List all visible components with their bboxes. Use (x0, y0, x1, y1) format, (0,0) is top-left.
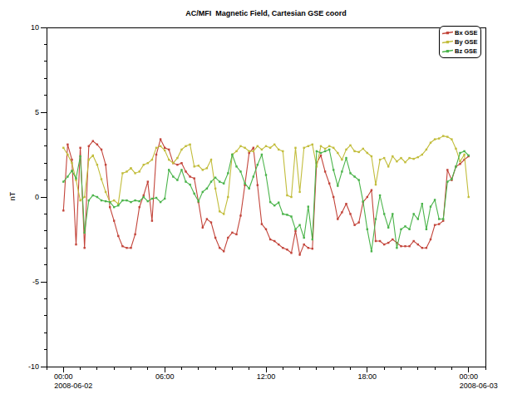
x-axis-tick-labels: 00:0006:0012:0018:0000:002008-06-022008-… (54, 372, 498, 390)
legend-item: By GSE (442, 37, 478, 47)
x-axis-ticks (47, 367, 485, 372)
legend-swatch-line-icon (442, 38, 453, 46)
x-axis-date-label: 2008-06-03 (460, 382, 498, 390)
x-axis-tick-label: 18:00 (358, 372, 377, 381)
series-Bx-GSE (62, 138, 470, 255)
legend-item: Bz GSE (442, 47, 478, 56)
y-axis-tick-labels: 1050-5-10 (28, 23, 39, 371)
magnetic-field-chart: 00:0006:0012:0018:0000:002008-06-022008-… (0, 0, 532, 399)
x-axis-tick-label: 12:00 (257, 372, 276, 381)
y-axis-tick-label: 10 (31, 23, 39, 32)
legend-item: Bx GSE (442, 28, 478, 37)
series-markers-Bz-GSE (62, 149, 470, 253)
x-axis-tick-label: 00:00 (54, 372, 73, 381)
x-axis-tick-label: 06:00 (155, 372, 175, 381)
y-axis-ticks (41, 27, 47, 367)
legend-swatch-line-icon (442, 29, 453, 37)
y-axis-tick-label: 5 (35, 108, 39, 116)
x-axis-date-label: 2008-06-02 (54, 382, 92, 390)
series-markers-Bx-GSE (62, 138, 470, 255)
y-axis-unit-label: nT (8, 192, 17, 201)
plot-window: AC/MFI Magnetic Field, Cartesian GSE coo… (0, 0, 532, 399)
legend-label: Bx GSE (455, 29, 478, 37)
y-axis-tick-label: -5 (32, 278, 39, 286)
series-Bz-GSE (62, 149, 470, 253)
x-axis-tick-label: 00:00 (459, 372, 478, 381)
y-axis-tick-label: 0 (35, 193, 39, 201)
legend-label: By GSE (455, 38, 478, 46)
y-axis-tick-label: -10 (28, 362, 39, 371)
legend-label: Bz GSE (455, 47, 477, 55)
legend: Bx GSEBy GSEBz GSE (439, 26, 481, 58)
plot-frame (47, 27, 485, 367)
legend-swatch-line-icon (442, 47, 453, 55)
